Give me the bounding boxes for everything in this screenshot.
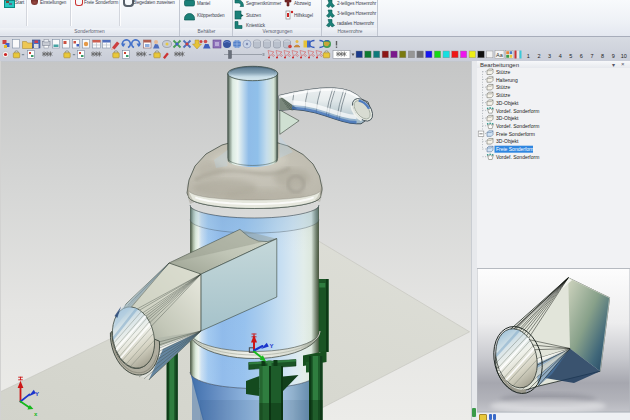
svg-text:3D-Objekt: 3D-Objekt — [496, 115, 519, 121]
svg-text:9: 9 — [612, 53, 615, 59]
svg-text:3: 3 — [548, 53, 551, 59]
svg-text:Freie Sonderform: Freie Sonderform — [496, 146, 535, 152]
svg-text:6: 6 — [580, 53, 583, 59]
svg-text:10: 10 — [621, 53, 627, 59]
svg-text:3D-Objekt: 3D-Objekt — [496, 138, 519, 144]
svg-text:2: 2 — [537, 53, 540, 59]
svg-text:4: 4 — [559, 53, 562, 59]
svg-text:Stütze: Stütze — [496, 92, 510, 98]
svg-text:Freie Sonderform: Freie Sonderform — [496, 131, 535, 137]
svg-text:1: 1 — [527, 53, 530, 59]
svg-text:Y: Y — [270, 343, 274, 349]
svg-text:Halterung: Halterung — [496, 77, 518, 83]
svg-text:Stütze: Stütze — [496, 69, 510, 75]
svg-text:5: 5 — [569, 53, 572, 59]
svg-text:8: 8 — [601, 53, 604, 59]
svg-text:Vordef. Sonderform: Vordef. Sonderform — [496, 123, 539, 129]
svg-text:Aa: Aa — [496, 52, 504, 58]
svg-text:Vordef. Sonderform: Vordef. Sonderform — [496, 108, 539, 114]
svg-text:Y: Y — [35, 391, 39, 397]
svg-text:Stütze: Stütze — [496, 84, 510, 90]
svg-text:3D-Objekt: 3D-Objekt — [496, 100, 519, 106]
svg-text:Vordef. Sonderform: Vordef. Sonderform — [496, 154, 539, 160]
svg-text:7: 7 — [590, 53, 593, 59]
